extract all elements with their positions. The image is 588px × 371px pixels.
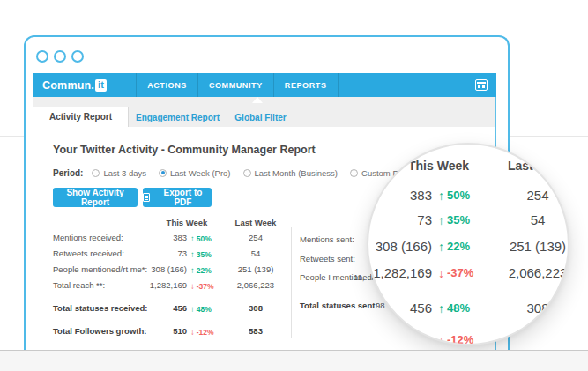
radio-selected-icon [159, 169, 167, 177]
magnified-row: 456 ↑48% 308 [367, 301, 569, 315]
trend-up-icon: ↑ [190, 234, 195, 243]
tab-engagement-report[interactable]: Engagement Report [129, 107, 227, 128]
trend-down-icon: ↓ [190, 328, 195, 337]
export-to-pdf-button[interactable]: Export to PDF [143, 188, 212, 207]
magnified-row: 73 ↑35% 54 [367, 212, 569, 227]
magnified-row: 1,282,169 ↓-37% 2,066,223 [367, 265, 569, 280]
page-title: Your Twitter Activity - Community Manage… [53, 144, 316, 156]
magnified-row: 383 ↑50% 254 [367, 188, 569, 203]
trend-up-icon: ↑ [438, 214, 444, 226]
trend-down-icon: ↓ [438, 267, 444, 279]
trend-up-icon: ↑ [190, 250, 195, 259]
column-header-this-week: This Week [165, 218, 209, 227]
page-bottom-section [0, 350, 588, 371]
trend-down-icon: ↓ [190, 282, 195, 291]
partial-value: 98 [376, 301, 385, 310]
trend-up-icon: ↑ [438, 302, 444, 315]
period-label: Period: [53, 168, 83, 178]
table-row-label: Total statuses sent: [300, 301, 378, 312]
window-control-icon[interactable] [71, 50, 84, 63]
magnifier-lens: This Week Last We 383 ↑50% 254 73 ↑35% 5… [367, 143, 569, 345]
trend-up-icon: ↑ [438, 189, 444, 202]
document-icon [143, 193, 150, 202]
table-row-label: Mentions sent: [300, 234, 354, 246]
communit-logo[interactable]: Commun.it [42, 79, 107, 92]
column-header-last-week: Last Week [231, 218, 280, 227]
radio-icon [92, 169, 100, 177]
radio-last-week-pro[interactable]: Last Week (Pro) [159, 168, 230, 178]
radio-last-month-business[interactable]: Last Month (Business) [243, 168, 339, 178]
tab-global-filter[interactable]: Global Filter [227, 107, 294, 128]
nav-item-reports[interactable]: REPORTS [273, 73, 339, 97]
active-nav-caret-icon [252, 97, 263, 103]
radio-last-3-days[interactable]: Last 3 days [92, 168, 146, 178]
window-control-icon[interactable] [36, 50, 48, 63]
nav-item-actions[interactable]: ACTIONS [136, 73, 197, 97]
trend-up-icon: ↑ [438, 241, 444, 253]
logo-text: Commun. [42, 79, 94, 92]
partial-value: 11, [354, 272, 365, 282]
tab-activity-report[interactable]: Activity Report [33, 107, 129, 127]
trend-up-icon: ↑ [190, 305, 195, 314]
show-activity-report-button[interactable]: Show Activity Report [53, 188, 138, 207]
table-divider [291, 227, 292, 338]
window-control-icon[interactable] [54, 50, 66, 63]
magnified-header-this-week: This Week [408, 159, 469, 173]
magnified-row: 308 (166) ↑22% 251 (139) [367, 239, 569, 254]
period-selector: Period: Last 3 days Last Week (Pro) Last… [53, 167, 427, 178]
radio-icon [243, 169, 251, 177]
radio-icon [350, 169, 358, 177]
app-window-icon[interactable] [475, 79, 488, 91]
nav-menu: ACTIONS COMMUNITY REPORTS [136, 73, 338, 97]
logo-badge: it [95, 79, 107, 92]
magnified-header-last-week: Last We [508, 159, 555, 173]
top-navbar: Commun.it ACTIONS COMMUNITY REPORTS [33, 73, 496, 97]
table-row-label: Retweets sent: [300, 254, 355, 265]
nav-item-community[interactable]: COMMUNITY [197, 73, 273, 97]
trend-up-icon: ↑ [190, 266, 195, 275]
